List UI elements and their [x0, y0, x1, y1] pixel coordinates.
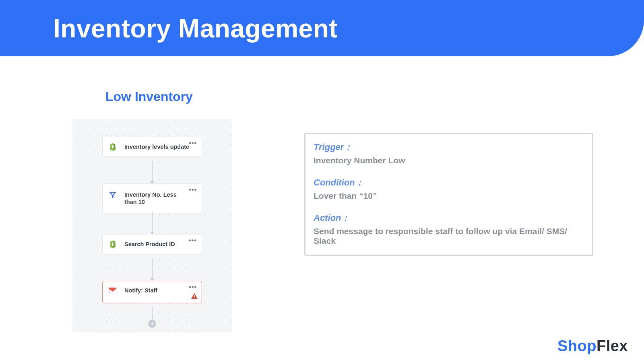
svg-rect-0 [112, 145, 114, 148]
shopify-icon [108, 240, 117, 248]
svg-rect-1 [112, 243, 114, 246]
svg-rect-3 [194, 295, 195, 297]
flow-connector [152, 306, 153, 320]
node-more-icon[interactable]: ••• [189, 237, 197, 244]
panel-action-value: Send message to responsible staff to fol… [314, 226, 584, 246]
mail-icon [108, 288, 117, 293]
flow-canvas: Inventory levels update ••• Inventory No… [72, 119, 232, 332]
flow-node-action-notify[interactable]: Notify: Staff ••• [102, 281, 202, 303]
flow-connector [152, 212, 153, 234]
flow-node-action-search[interactable]: Search Product ID ••• [102, 234, 202, 254]
shopify-icon [108, 143, 117, 151]
brand-part2: Flex [597, 337, 628, 354]
flow-node-label: Inventory levels update [124, 143, 189, 150]
panel-condition-label: Condition： [314, 177, 584, 189]
plus-icon: + [151, 321, 154, 327]
flow-node-label: Inventory No. Less than 10 [124, 191, 185, 206]
header-banner: Inventory Management [0, 0, 644, 56]
node-more-icon[interactable]: ••• [189, 284, 197, 291]
brand-part1: Shop [557, 337, 597, 354]
page-title: Inventory Management [53, 14, 338, 43]
panel-action-label: Action： [314, 212, 584, 224]
panel-condition-value: Lover than “10” [314, 191, 584, 201]
flow-node-label: Notify: Staff [124, 287, 157, 294]
flow-node-trigger[interactable]: Inventory levels update ••• [102, 137, 202, 157]
filter-icon [108, 191, 117, 198]
panel-trigger-value: Inventory Number Low [314, 156, 584, 165]
panel-trigger-label: Trigger： [314, 141, 584, 153]
flow-connector [152, 258, 153, 281]
brand-logo: ShopFlex [557, 337, 628, 355]
warning-icon [191, 293, 198, 300]
flow-node-label: Search Product ID [124, 241, 175, 248]
svg-rect-4 [194, 297, 195, 298]
flow-connector [152, 161, 153, 183]
add-step-button[interactable]: + [148, 320, 156, 328]
section-subtitle: Low Inventory [105, 89, 193, 104]
node-more-icon[interactable]: ••• [189, 140, 197, 147]
info-panel: Trigger： Inventory Number Low Condition：… [304, 133, 593, 256]
node-more-icon[interactable]: ••• [189, 186, 197, 193]
flow-node-condition[interactable]: Inventory No. Less than 10 ••• [102, 183, 202, 213]
